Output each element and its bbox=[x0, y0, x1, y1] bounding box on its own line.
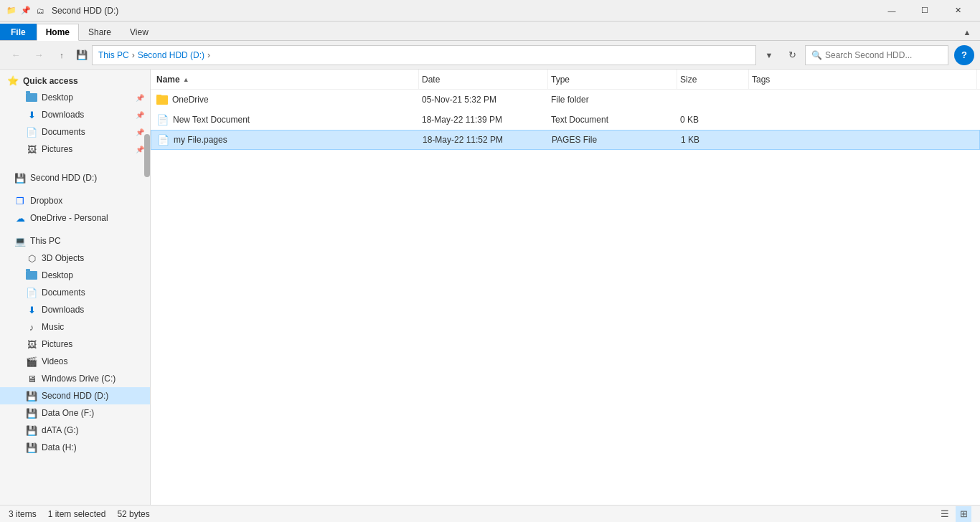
file-name-new-text: 📄 New Text Document bbox=[154, 114, 419, 125]
column-header-name[interactable]: Name ▲ bbox=[154, 70, 419, 89]
file-row-onedrive[interactable]: OneDrive 05-Nov-21 5:32 PM File folder bbox=[151, 90, 980, 110]
column-size-label: Size bbox=[680, 75, 697, 85]
column-type-label: Type bbox=[551, 75, 570, 85]
close-button[interactable]: ✕ bbox=[941, 0, 974, 22]
sidebar-item-data-g[interactable]: 💾 dATA (G:) bbox=[0, 422, 150, 439]
up-button[interactable]: ↑ bbox=[52, 45, 72, 65]
quick-access-header[interactable]: ⭐ Quick access bbox=[0, 70, 150, 89]
sidebar-item-second-hdd-top[interactable]: 💾 Second HDD (D:) bbox=[0, 169, 150, 186]
data-g-icon: 💾 bbox=[26, 424, 37, 436]
downloads-icon-quick: ⬇ bbox=[26, 109, 37, 120]
pictures-icon-quick: 🖼 bbox=[26, 143, 37, 155]
pin-icon-pictures: 📌 bbox=[136, 146, 144, 153]
column-header-date[interactable]: Date bbox=[419, 70, 548, 89]
file-row-my-file[interactable]: 📄 my File.pages 18-May-22 11:52 PM PAGES… bbox=[151, 130, 980, 150]
back-button[interactable]: ← bbox=[6, 45, 26, 65]
maximize-button[interactable]: ☐ bbox=[908, 0, 941, 22]
sidebar-item-onedrive[interactable]: ☁ OneDrive - Personal bbox=[0, 209, 150, 227]
sidebar-item-music[interactable]: ♪ Music bbox=[0, 318, 150, 336]
sidebar: ⭐ Quick access Desktop 📌 ⬇ Downloads 📌 📄… bbox=[0, 70, 151, 505]
sidebar-label-data-h: Data (H:) bbox=[42, 442, 77, 452]
selected-info: 1 item selected bbox=[48, 509, 106, 519]
file-size-my-file: 1 KB bbox=[678, 135, 750, 145]
sidebar-item-this-pc[interactable]: 💻 This PC bbox=[0, 232, 150, 250]
ribbon-expand-button[interactable]: ▲ bbox=[957, 24, 977, 40]
pictures-icon-pc: 🖼 bbox=[26, 338, 37, 350]
sidebar-item-desktop-pc[interactable]: Desktop bbox=[0, 267, 150, 284]
minimize-button[interactable]: — bbox=[875, 0, 908, 22]
sidebar-item-downloads-quick[interactable]: ⬇ Downloads 📌 bbox=[0, 106, 150, 123]
sidebar-label-videos: Videos bbox=[42, 356, 67, 366]
sidebar-label-documents-pc: Documents bbox=[42, 288, 85, 298]
documents-icon-pc: 📄 bbox=[26, 287, 37, 298]
sidebar-label-music: Music bbox=[42, 322, 64, 332]
quick-access-icon: 📌 bbox=[20, 5, 32, 16]
details-view-button[interactable]: ☰ bbox=[937, 506, 953, 522]
selected-size: 52 bytes bbox=[117, 509, 149, 519]
tab-view[interactable]: View bbox=[121, 24, 158, 40]
tab-file[interactable]: File bbox=[0, 24, 37, 40]
sidebar-label-pictures-quick: Pictures bbox=[42, 144, 72, 154]
sidebar-item-pictures-pc[interactable]: 🖼 Pictures bbox=[0, 336, 150, 353]
refresh-button[interactable]: ↻ bbox=[782, 45, 802, 65]
ribbon-tabs: File Home Share View ▲ bbox=[0, 22, 980, 40]
file-list: OneDrive 05-Nov-21 5:32 PM File folder 📄… bbox=[151, 90, 980, 505]
sidebar-item-data-one[interactable]: 💾 Data One (F:) bbox=[0, 404, 150, 422]
content-area: Name ▲ Date Type Size Tags OneDrive bbox=[151, 70, 980, 505]
sidebar-label-3d: 3D Objects bbox=[42, 253, 84, 263]
ribbon: File Home Share View ▲ bbox=[0, 22, 980, 41]
file-type-onedrive: File folder bbox=[548, 95, 677, 105]
breadcrumb-this-pc[interactable]: This PC bbox=[98, 50, 129, 60]
view-controls: ☰ ⊞ bbox=[937, 506, 971, 522]
quick-access-label: Quick access bbox=[23, 76, 78, 86]
large-icons-view-button[interactable]: ⊞ bbox=[956, 506, 971, 522]
sidebar-item-documents-quick[interactable]: 📄 Documents 📌 bbox=[0, 123, 150, 141]
sidebar-label-data-one: Data One (F:) bbox=[42, 408, 94, 418]
status-bar: 3 items 1 item selected 52 bytes ☰ ⊞ bbox=[0, 505, 980, 522]
sidebar-item-data-h[interactable]: 💾 Data (H:) bbox=[0, 439, 150, 456]
sidebar-item-downloads-pc[interactable]: ⬇ Downloads bbox=[0, 301, 150, 318]
sidebar-item-videos[interactable]: 🎬 Videos bbox=[0, 353, 150, 370]
second-hdd-icon: 💾 bbox=[26, 390, 37, 402]
file-row-new-text[interactable]: 📄 New Text Document 18-May-22 11:39 PM T… bbox=[151, 110, 980, 130]
sidebar-item-pictures-quick[interactable]: 🖼 Pictures 📌 bbox=[0, 141, 150, 158]
breadcrumb-second-hdd[interactable]: Second HDD (D:) bbox=[138, 50, 204, 60]
sidebar-item-3d-objects[interactable]: ⬡ 3D Objects bbox=[0, 250, 150, 267]
file-name-my-file: 📄 my File.pages bbox=[154, 134, 420, 146]
search-icon: 🔍 bbox=[811, 50, 822, 60]
breadcrumb-separator-2: › bbox=[207, 50, 210, 60]
column-header-tags[interactable]: Tags bbox=[749, 70, 977, 89]
sidebar-label-desktop-pc: Desktop bbox=[42, 270, 73, 280]
title-bar: 📁 📌 🗂 Second HDD (D:) — ☐ ✕ bbox=[0, 0, 980, 22]
search-input[interactable] bbox=[825, 50, 942, 60]
sidebar-label-downloads-pc: Downloads bbox=[42, 305, 84, 315]
file-size-new-text: 0 KB bbox=[677, 115, 749, 125]
column-tags-label: Tags bbox=[752, 75, 770, 85]
drive-icon: 💾 bbox=[76, 49, 88, 60]
forward-button[interactable]: → bbox=[29, 45, 49, 65]
address-field[interactable]: This PC › Second HDD (D:) › bbox=[92, 45, 756, 65]
sidebar-item-documents-pc[interactable]: 📄 Documents bbox=[0, 284, 150, 301]
drive-icon-sidebar: 💾 bbox=[14, 172, 26, 184]
sidebar-scrollbar-thumb[interactable] bbox=[144, 134, 150, 177]
tab-home[interactable]: Home bbox=[37, 24, 79, 41]
search-box[interactable]: 🔍 bbox=[805, 45, 948, 65]
breadcrumb-separator-1: › bbox=[132, 50, 135, 60]
documents-icon-quick: 📄 bbox=[26, 126, 37, 138]
sidebar-label-dropbox: Dropbox bbox=[30, 196, 62, 206]
help-button[interactable]: ? bbox=[954, 45, 974, 65]
column-header-type[interactable]: Type bbox=[548, 70, 677, 89]
window-title: Second HDD (D:) bbox=[52, 6, 875, 16]
column-date-label: Date bbox=[422, 75, 440, 85]
tab-share[interactable]: Share bbox=[79, 24, 121, 40]
sidebar-item-desktop-quick[interactable]: Desktop 📌 bbox=[0, 89, 150, 106]
column-header-size[interactable]: Size bbox=[677, 70, 749, 89]
sidebar-item-second-hdd[interactable]: 💾 Second HDD (D:) bbox=[0, 387, 150, 404]
downloads-icon-pc: ⬇ bbox=[26, 304, 37, 315]
sidebar-item-dropbox[interactable]: ❐ Dropbox bbox=[0, 192, 150, 209]
sidebar-item-windows-drive[interactable]: 🖥 Windows Drive (C:) bbox=[0, 370, 150, 387]
address-dropdown-button[interactable]: ▼ bbox=[759, 45, 779, 65]
3d-objects-icon: ⬡ bbox=[26, 252, 37, 264]
data-h-icon: 💾 bbox=[26, 442, 37, 453]
windows-drive-icon: 🖥 bbox=[26, 373, 37, 384]
